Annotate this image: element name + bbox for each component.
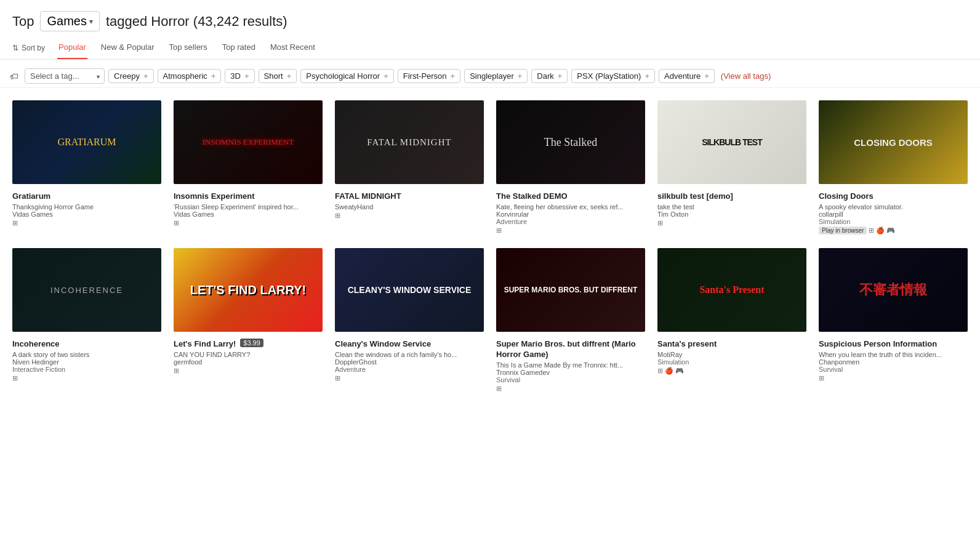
platform-icons: ⊞: [496, 227, 645, 235]
windows-icon: ⊞: [869, 227, 874, 235]
game-subtitle: A spooky elevator simulator.: [819, 203, 968, 211]
nav-popular[interactable]: Popular: [57, 36, 87, 59]
platform-icons: ⊞: [335, 212, 484, 220]
other-platform-icon: 🎮: [675, 367, 684, 375]
tag-chip-adventure[interactable]: Adventure +: [659, 69, 715, 83]
tag-chip-singleplayer[interactable]: Singleplayer +: [464, 69, 528, 83]
platform-icons: ⊞: [174, 219, 323, 227]
tag-chip-dark[interactable]: Dark +: [531, 69, 568, 83]
game-card[interactable]: CLEANY'S WINDOW SERVICECleany's Window S…: [329, 243, 490, 401]
game-card[interactable]: SUPER MARIO BROS. BUT DIFFRENTSuper Mari…: [490, 243, 651, 401]
plus-icon: +: [384, 71, 388, 81]
game-card[interactable]: 不審者情報Suspicious Person InformationWhen y…: [813, 243, 974, 401]
game-thumb-text: CLEANY'S WINDOW SERVICE: [348, 285, 472, 295]
game-title: Super Mario Bros. but diffrent (Mario Ho…: [496, 339, 645, 360]
plus-icon: +: [518, 71, 523, 81]
game-title-row: The Stalked DEMO: [496, 188, 645, 202]
game-thumb-text: INSOMNIS EXPERIMENT: [203, 137, 294, 147]
tagged-label: tagged Horror (43,242 results): [106, 14, 287, 30]
tags-bar: 🏷 Select a tag... ▾ Creepy + Atmospheric…: [0, 65, 980, 88]
apple-icon: 🍎: [876, 227, 885, 235]
game-author: Korvinrular: [496, 211, 645, 218]
game-author: Tronnix Gamedev: [496, 369, 645, 376]
game-card[interactable]: The StalkedThe Stalked DEMOKate, fleeing…: [490, 95, 651, 243]
sort-icon: ⇅: [12, 44, 18, 52]
plus-icon: +: [287, 71, 292, 81]
tag-chip-short[interactable]: Short +: [259, 69, 297, 83]
windows-icon: ⊞: [657, 219, 663, 227]
tag-chip-first-person[interactable]: First-Person +: [398, 69, 460, 83]
platform-icons: ⊞: [12, 374, 161, 382]
top-label: Top: [12, 14, 34, 30]
tag-chip-creepy[interactable]: Creepy +: [108, 69, 154, 83]
tag-chip-3d[interactable]: 3D +: [225, 69, 254, 83]
game-subtitle: Thanksgiving Horror Game: [12, 203, 161, 211]
game-thumbnail: INCOHERENCE: [12, 248, 161, 332]
game-author: germfood: [174, 358, 323, 366]
platform-icons: ⊞🍎🎮: [657, 367, 806, 375]
game-thumb-text: SILKBULB TEST: [702, 137, 761, 147]
game-card[interactable]: SILKBULB TESTsilkbulb test [demo]take th…: [651, 95, 813, 243]
nav-most-recent[interactable]: Most Recent: [269, 36, 316, 59]
games-grid: GRATIARUMGratiarumThanksgiving Horror Ga…: [0, 95, 980, 401]
platform-icons: ⊞: [335, 374, 484, 382]
tag-chip-psx[interactable]: PSX (PlayStation) +: [571, 69, 655, 83]
nav-new-popular[interactable]: New & Popular: [100, 36, 156, 59]
other-platform-icon: 🎮: [886, 227, 895, 235]
view-all-tags[interactable]: (View all tags): [721, 71, 771, 81]
game-title: Cleany's Window Service: [335, 339, 431, 350]
game-card[interactable]: FATAL MIDNIGHTFATAL MIDNIGHTSweatyHand⊞: [329, 95, 490, 243]
platform-icons: ⊞: [496, 385, 645, 393]
game-title: Incoherence: [12, 339, 60, 350]
plus-icon: +: [244, 71, 249, 81]
game-thumbnail: Santa's Present: [657, 248, 806, 332]
game-thumb-text: FATAL MIDNIGHT: [367, 137, 451, 148]
game-subtitle: take the test: [657, 203, 806, 211]
game-subtitle: Kate, fleeing her obsessive ex, seeks re…: [496, 203, 645, 211]
dropdown-arrow-icon: ▾: [89, 17, 93, 26]
windows-icon: ⊞: [496, 227, 502, 235]
game-thumbnail: CLOSING DOORS: [819, 100, 968, 184]
plus-icon: +: [704, 71, 709, 81]
game-card[interactable]: Santa's PresentSanta's presentMotiRaySim…: [651, 243, 813, 401]
game-title: Santa's present: [657, 339, 717, 350]
games-dropdown[interactable]: Games ▾: [40, 11, 99, 31]
tag-select[interactable]: Select a tag...: [25, 68, 105, 84]
game-thumbnail: The Stalked: [496, 100, 645, 184]
game-thumbnail: INSOMNIS EXPERIMENT: [174, 100, 323, 184]
game-title: silkbulb test [demo]: [657, 191, 733, 202]
game-author: DopplerGhost: [335, 358, 484, 366]
game-genre: Survival: [496, 376, 645, 383]
game-title-row: Santa's present: [657, 335, 806, 350]
windows-icon: ⊞: [819, 374, 824, 382]
game-subtitle: 'Russian Sleep Experiment' inspired hor.…: [174, 203, 323, 211]
game-genre: Simulation: [657, 358, 806, 366]
game-title: Closing Doors: [819, 191, 874, 202]
game-subtitle: Clean the windows of a rich family's ho.…: [335, 351, 484, 358]
game-title-row: Gratiarum: [12, 188, 161, 202]
plus-icon: +: [558, 71, 563, 81]
plus-icon: +: [645, 71, 649, 81]
tag-chip-atmospheric[interactable]: Atmospheric +: [158, 69, 222, 83]
game-card[interactable]: GRATIARUMGratiarumThanksgiving Horror Ga…: [6, 95, 167, 243]
game-card[interactable]: CLOSING DOORSClosing DoorsA spooky eleva…: [813, 95, 974, 243]
game-title: Insomnis Experiment: [174, 191, 254, 202]
game-author: collarpill: [819, 211, 968, 218]
tag-chip-psychological-horror[interactable]: Psychological Horror +: [300, 69, 394, 83]
game-genre: Adventure: [496, 218, 645, 225]
nav-top-sellers[interactable]: Top sellers: [168, 36, 209, 59]
game-thumbnail: SILKBULB TEST: [657, 100, 806, 184]
game-card[interactable]: INCOHERENCEIncoherenceA dark story of tw…: [6, 243, 167, 401]
game-card[interactable]: LET'S FIND LARRY!Let's Find Larry!$3.99C…: [167, 243, 329, 401]
game-title: Suspicious Person Information: [819, 339, 937, 350]
tag-select-wrapper: Select a tag... ▾: [25, 68, 105, 84]
browser-badge: Play in browser: [819, 227, 867, 235]
game-subtitle: MotiRay: [657, 351, 806, 358]
tag-icon: 🏷: [10, 71, 18, 81]
game-thumb-text: GRATIARUM: [57, 137, 116, 148]
page-header: Top Games ▾ tagged Horror (43,242 result…: [0, 0, 980, 36]
game-thumb-text: CLOSING DOORS: [854, 137, 933, 148]
nav-top-rated[interactable]: Top rated: [221, 36, 257, 59]
game-card[interactable]: INSOMNIS EXPERIMENTInsomnis Experiment'R…: [167, 95, 329, 243]
game-title-row: Incoherence: [12, 335, 161, 350]
